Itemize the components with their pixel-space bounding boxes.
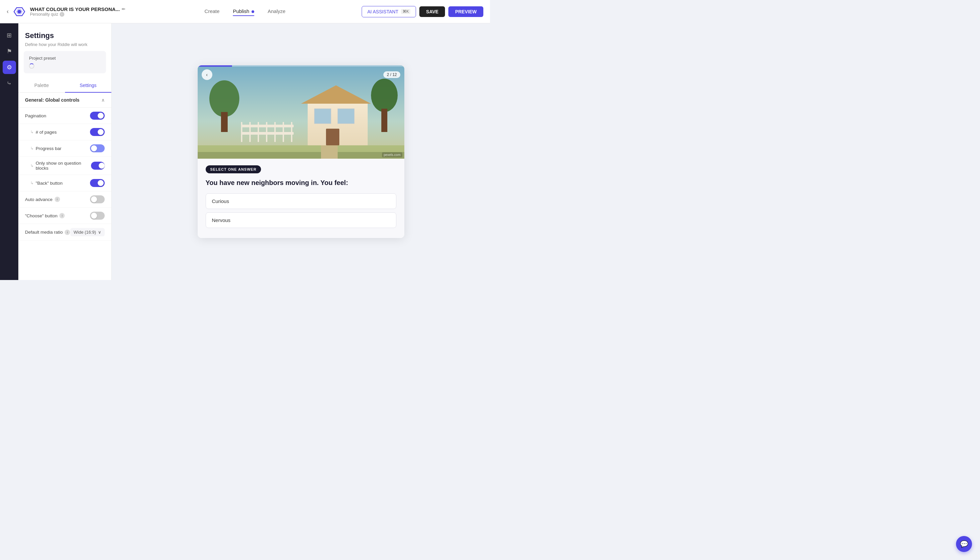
image-nav-overlay: ‹ 2 / 12	[202, 69, 400, 80]
answer-option-nervous[interactable]: Nervous	[206, 212, 396, 228]
indent-arrow-icon: ↳	[30, 146, 34, 151]
ai-assistant-button[interactable]: AI ASSISTANT ⌘K	[362, 6, 416, 17]
quiz-image: ‹ 2 / 12 pexels.com	[198, 65, 404, 159]
logo-icon	[13, 5, 26, 18]
auto-advance-toggle-row: Auto advance i	[18, 191, 111, 208]
image-credit: pexels.com	[382, 152, 402, 157]
main-layout: ⊞ ⚑ ⚙ ⤷ Settings Define how your Riddle …	[0, 23, 490, 280]
sidebar-settings-button[interactable]: ⚙	[3, 61, 16, 74]
nav-analyze[interactable]: Analyze	[268, 7, 285, 16]
media-ratio-row: Default media ratio i Wide (16:9) ∨	[18, 224, 111, 241]
loading-spinner	[29, 63, 34, 69]
svg-rect-20	[338, 109, 354, 124]
settings-content: General: Global controls ∧ Pagination ↳ …	[18, 93, 111, 241]
settings-subtitle: Define how your Riddle will work	[25, 42, 105, 47]
sidebar-grid-button[interactable]: ⊞	[3, 29, 16, 42]
svg-rect-15	[241, 125, 294, 127]
back-button-label: ↳ "Back" button	[30, 181, 63, 186]
publish-badge	[252, 10, 254, 13]
choose-button-label: "Choose" button i	[25, 213, 65, 218]
only-question-toggle-row: ↳ Only show on question blocks	[18, 157, 111, 175]
media-ratio-info-icon[interactable]: i	[65, 230, 70, 235]
settings-title: Settings	[25, 31, 105, 40]
project-preset-box: Project preset	[24, 51, 106, 73]
preview-area: ‹ 2 / 12 pexels.com SELECT ONE ANSWER Yo…	[112, 23, 490, 280]
pagination-label: Pagination	[25, 113, 46, 118]
svg-rect-19	[314, 109, 331, 124]
svg-rect-5	[221, 112, 228, 132]
ai-shortcut-kbd: ⌘K	[401, 9, 410, 14]
svg-point-4	[209, 80, 239, 117]
svg-point-6	[371, 79, 398, 112]
section-chevron-icon: ∧	[101, 97, 105, 103]
auto-advance-info-icon[interactable]: i	[55, 197, 60, 202]
quiz-question: You have new neighbors moving in. You fe…	[206, 178, 396, 187]
answer-option-curious[interactable]: Curious	[206, 193, 396, 209]
progress-bar-fill	[198, 65, 232, 67]
edit-icon[interactable]: ✏	[122, 7, 125, 12]
select-answer-badge: SELECT ONE ANSWER	[206, 165, 261, 173]
media-ratio-label: Default media ratio i	[25, 230, 70, 235]
svg-rect-16	[241, 132, 294, 135]
preset-loading	[29, 63, 101, 69]
header-left: ‹ WHAT COLOUR IS YOUR PERSONA... ✏ Perso…	[7, 5, 125, 18]
num-pages-label: ↳ # of pages	[30, 130, 57, 135]
settings-panel: Settings Define how your Riddle will wor…	[18, 23, 112, 280]
indent-arrow-icon: ↳	[30, 163, 34, 168]
project-info-icon[interactable]: i	[60, 12, 64, 17]
header-nav: Create Publish Analyze	[205, 7, 286, 16]
sidebar-share-button[interactable]: ⤷	[3, 77, 16, 90]
quiz-content: SELECT ONE ANSWER You have new neighbors…	[198, 159, 404, 238]
settings-header: Settings Define how your Riddle will wor…	[18, 23, 111, 51]
quiz-card: ‹ 2 / 12 pexels.com SELECT ONE ANSWER Yo…	[198, 65, 404, 238]
save-button[interactable]: SAVE	[419, 6, 445, 17]
choose-button-toggle[interactable]	[90, 212, 105, 220]
section-title: General: Global controls	[25, 97, 79, 103]
auto-advance-label: Auto advance i	[25, 197, 60, 202]
page-counter: 2 / 12	[383, 71, 400, 78]
progress-bar	[198, 65, 404, 67]
pagination-toggle-row: Pagination	[18, 108, 111, 124]
progress-bar-toggle[interactable]	[90, 144, 105, 152]
indent-arrow-icon: ↳	[30, 181, 34, 185]
pagination-toggle[interactable]	[90, 112, 105, 120]
back-button-toggle[interactable]	[90, 179, 105, 187]
media-ratio-dropdown[interactable]: Wide (16:9) ∨	[70, 228, 105, 236]
project-preset-label: Project preset	[29, 56, 101, 61]
svg-rect-23	[198, 152, 404, 159]
project-subtitle: Personality quiz i	[30, 12, 125, 17]
header: ‹ WHAT COLOUR IS YOUR PERSONA... ✏ Perso…	[0, 0, 490, 23]
project-info: WHAT COLOUR IS YOUR PERSONA... ✏ Persona…	[30, 6, 125, 17]
svg-rect-21	[326, 129, 339, 145]
back-arrow-icon[interactable]: ‹	[7, 8, 9, 15]
auto-advance-toggle[interactable]	[90, 195, 105, 203]
only-question-label: ↳ Only show on question blocks	[30, 161, 91, 171]
progress-bar-label: ↳ Progress bar	[30, 146, 61, 151]
num-pages-toggle-row: ↳ # of pages	[18, 124, 111, 140]
indent-arrow-icon: ↳	[30, 130, 34, 134]
header-right: AI ASSISTANT ⌘K SAVE PREVIEW	[362, 6, 483, 17]
choose-button-toggle-row: "Choose" button i	[18, 208, 111, 224]
nav-create[interactable]: Create	[205, 7, 220, 16]
back-button-toggle-row: ↳ "Back" button	[18, 175, 111, 191]
tab-palette[interactable]: Palette	[18, 79, 65, 93]
svg-rect-7	[381, 109, 387, 132]
progress-bar-toggle-row: ↳ Progress bar	[18, 140, 111, 157]
tab-settings[interactable]: Settings	[65, 79, 112, 93]
quiz-back-button[interactable]: ‹	[202, 69, 212, 80]
choose-button-info-icon[interactable]: i	[59, 213, 65, 218]
general-controls-section[interactable]: General: Global controls ∧	[18, 93, 111, 108]
num-pages-toggle[interactable]	[90, 128, 105, 136]
svg-rect-24	[321, 145, 338, 159]
nav-publish[interactable]: Publish	[233, 7, 254, 16]
only-question-toggle[interactable]	[91, 162, 105, 170]
preview-button[interactable]: PREVIEW	[448, 6, 483, 17]
dropdown-chevron-icon: ∨	[98, 230, 101, 235]
icon-sidebar: ⊞ ⚑ ⚙ ⤷	[0, 23, 18, 280]
project-title: WHAT COLOUR IS YOUR PERSONA... ✏	[30, 6, 125, 12]
sidebar-flag-button[interactable]: ⚑	[3, 45, 16, 58]
settings-tabs: Palette Settings	[18, 79, 111, 93]
